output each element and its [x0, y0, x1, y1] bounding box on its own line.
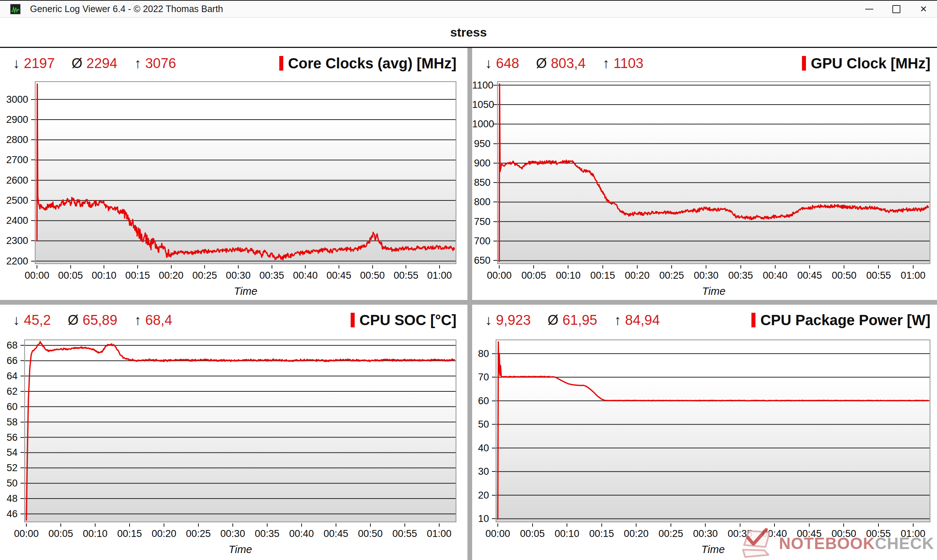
stat-min-value: 9,923 — [496, 312, 531, 328]
y-axis-tick — [492, 400, 496, 401]
x-axis-tick — [70, 265, 71, 268]
x-axis-tick — [740, 523, 740, 527]
y-axis-tick — [20, 391, 24, 392]
y-axis-tick-label: 50 — [472, 418, 489, 430]
y-axis-tick-label: 2900 — [0, 114, 28, 125]
plot-area[interactable] — [35, 81, 456, 264]
x-axis-tick-label: 01:00 — [889, 270, 937, 281]
chart-title: CPU SOC [°C] — [359, 312, 456, 328]
x-axis-tick — [171, 265, 172, 268]
legend-color-bar — [279, 56, 283, 71]
x-axis-tick — [137, 265, 138, 268]
y-axis-tick-label: 70 — [472, 371, 489, 383]
stat-min: ↓2197 — [13, 55, 55, 71]
minimize-button[interactable] — [856, 1, 883, 17]
y-axis-tick-label: 2300 — [0, 235, 28, 246]
x-axis-title: Time — [215, 543, 266, 555]
x-axis-tick — [439, 265, 440, 268]
y-axis-tick-label: 1050 — [472, 99, 490, 111]
y-axis-tick — [20, 375, 24, 376]
app-icon — [10, 4, 20, 14]
y-axis-tick — [493, 221, 497, 222]
x-axis-tick — [568, 265, 569, 268]
y-axis-tick-label: 850 — [472, 177, 490, 188]
stat-max-value: 3076 — [145, 55, 176, 71]
stat-avg: Ø2294 — [72, 55, 117, 71]
stat-min-value: 648 — [496, 55, 519, 71]
x-axis-tick — [163, 523, 164, 527]
y-axis-tick-label: 1100 — [472, 79, 490, 91]
y-axis-tick — [492, 448, 496, 448]
stat-min: ↓648 — [485, 55, 519, 71]
stat-min: ↓45,2 — [13, 312, 51, 328]
y-axis-tick — [492, 495, 496, 495]
x-axis-tick — [636, 523, 636, 527]
y-axis-tick-label: 700 — [472, 235, 490, 247]
x-axis-tick — [913, 265, 914, 268]
y-axis-tick — [493, 143, 497, 144]
y-axis-tick-label: 2200 — [0, 255, 28, 267]
y-axis-tick — [20, 452, 24, 453]
close-button[interactable]: ✕ — [910, 1, 937, 17]
y-axis-tick-label: 800 — [472, 196, 490, 208]
x-axis-tick — [603, 265, 603, 268]
x-axis-tick — [271, 265, 272, 268]
x-axis-tick — [809, 523, 810, 527]
series-line — [498, 342, 928, 519]
y-axis-tick-label: 52 — [0, 462, 18, 474]
y-axis-tick-label: 3000 — [0, 94, 28, 105]
y-axis-tick — [20, 360, 24, 361]
x-axis-tick — [60, 523, 61, 527]
y-axis-tick-label: 58 — [0, 416, 18, 428]
maximize-icon — [892, 5, 900, 13]
stat-avg-value: 2294 — [86, 55, 117, 71]
plot-area[interactable] — [497, 81, 931, 264]
y-axis-tick-label: 50 — [0, 477, 18, 489]
y-axis-tick — [493, 85, 497, 86]
plot-area[interactable] — [24, 340, 456, 522]
stat-avg-value: 65,89 — [83, 312, 117, 328]
chart-stats: ↓45,2 Ø65,89 ↑68,4 — [13, 311, 173, 329]
arrow-down-icon: ↓ — [485, 312, 492, 328]
arrow-down-icon: ↓ — [13, 55, 20, 71]
plot-area[interactable] — [496, 340, 931, 522]
arrow-up-icon: ↑ — [614, 312, 621, 328]
y-axis-tick — [31, 261, 35, 262]
y-axis-tick — [493, 163, 497, 163]
y-axis-tick — [31, 180, 35, 181]
chart-stats: ↓2197 Ø2294 ↑3076 — [13, 54, 176, 73]
x-axis-tick — [405, 265, 406, 268]
x-axis-tick — [844, 265, 845, 268]
y-axis-tick-label: 900 — [472, 157, 490, 169]
average-icon: Ø — [536, 55, 547, 71]
x-axis-tick — [671, 265, 672, 268]
y-axis-tick-label: 46 — [0, 508, 18, 520]
chart-panel-cpu-soc: ↓45,2 Ø65,89 ↑68,4 CPU SOC [°C] 46485052… — [0, 305, 467, 560]
x-axis-title: Time — [687, 543, 739, 555]
x-axis-tick — [705, 523, 706, 527]
y-axis-tick — [20, 498, 24, 499]
chart-legend: Core Clocks (avg) [MHz] — [279, 54, 456, 73]
y-axis-tick-label: 2500 — [0, 195, 28, 206]
y-axis-tick — [31, 200, 35, 201]
y-axis-tick — [493, 202, 497, 202]
y-axis-tick — [20, 422, 24, 423]
chart-title: Core Clocks (avg) [MHz] — [288, 55, 456, 72]
x-axis-tick — [37, 265, 37, 268]
legend-color-bar — [351, 313, 354, 328]
x-axis-tick — [305, 265, 306, 268]
y-axis-tick — [20, 437, 24, 438]
x-axis-tick — [774, 523, 775, 527]
x-axis-tick-label: 01:00 — [416, 270, 463, 281]
average-icon: Ø — [72, 55, 83, 71]
y-axis-tick — [31, 119, 35, 120]
chart-panel-cpu-package-power: ↓9,923 Ø61,95 ↑84,94 CPU Package Power [… — [472, 305, 937, 560]
maximize-button[interactable] — [883, 1, 910, 17]
chart-legend: CPU SOC [°C] — [351, 311, 456, 329]
chart-grid: ↓2197 Ø2294 ↑3076 Core Clocks (avg) [MHz… — [0, 48, 937, 560]
y-axis-tick-label: 20 — [472, 489, 489, 501]
y-axis-tick-label: 60 — [472, 395, 489, 407]
stat-min-value: 2197 — [24, 55, 55, 71]
stat-max: ↑3076 — [134, 55, 176, 71]
y-axis-tick-label: 48 — [0, 493, 18, 505]
